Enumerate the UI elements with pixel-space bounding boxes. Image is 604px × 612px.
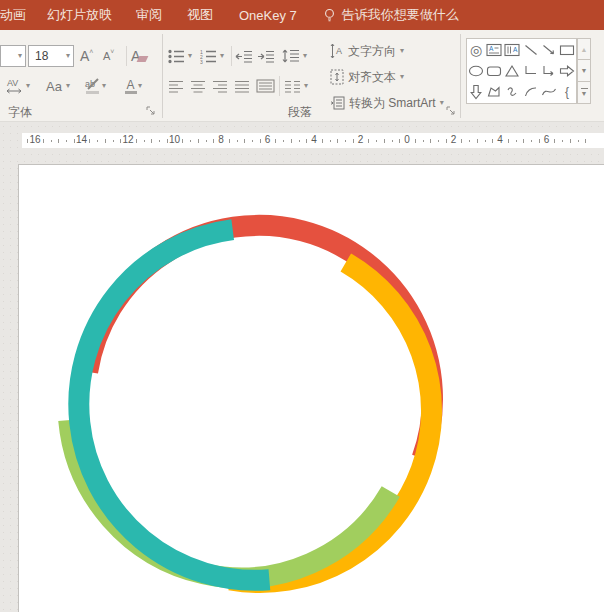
highlight-pen-icon: ab bbox=[84, 77, 102, 95]
ruler-number: 14 bbox=[76, 134, 87, 145]
align-text-label: 对齐文本 bbox=[348, 69, 396, 86]
shape-triangle-icon[interactable] bbox=[503, 60, 521, 81]
shape-arc-icon[interactable] bbox=[521, 82, 539, 103]
shape-horizontal-text-box-icon[interactable]: A bbox=[485, 39, 503, 60]
ruler-tick bbox=[213, 139, 214, 143]
shrink-font-button[interactable]: A˅ bbox=[103, 45, 114, 67]
ruler-number: 6 bbox=[544, 134, 550, 145]
columns-button[interactable]: ▾ bbox=[284, 75, 308, 97]
ruler-tick bbox=[578, 140, 579, 142]
justify-button[interactable] bbox=[234, 75, 250, 97]
separator bbox=[126, 46, 127, 66]
paragraph-dialog-launcher[interactable] bbox=[446, 106, 456, 116]
separator bbox=[279, 76, 280, 96]
ruler-tick bbox=[438, 140, 439, 142]
ruler-tick bbox=[198, 139, 199, 143]
align-text-icon bbox=[330, 69, 344, 85]
ruler-number: 2 bbox=[451, 134, 457, 145]
font-color-icon: A bbox=[124, 77, 138, 95]
ruler-tick bbox=[97, 140, 98, 142]
shape-vertical-text-box-icon[interactable]: A bbox=[503, 39, 521, 60]
ruler-tick bbox=[430, 139, 431, 143]
line-spacing-button[interactable]: ▾ bbox=[282, 45, 307, 67]
ruler-tick bbox=[585, 139, 586, 143]
align-right-button[interactable] bbox=[212, 75, 228, 97]
shape-right-arrow-icon[interactable] bbox=[558, 60, 576, 81]
shape-rectangle-icon[interactable] bbox=[558, 39, 576, 60]
grow-font-button[interactable]: A˄ bbox=[80, 45, 93, 67]
outdent-icon bbox=[235, 50, 253, 63]
shape-rounded-rectangle-icon[interactable] bbox=[485, 60, 503, 81]
shape-line-icon[interactable] bbox=[521, 39, 539, 60]
numbering-button[interactable]: 1 2 3 ▾ bbox=[200, 45, 224, 67]
yellow-ring[interactable] bbox=[230, 263, 431, 583]
convert-smartart-button[interactable]: 转换为 SmartArt ▾ bbox=[330, 93, 444, 113]
text-highlight-button[interactable]: ab ▾ bbox=[84, 75, 106, 97]
shape-donut-icon[interactable]: ◎ bbox=[467, 39, 485, 60]
ruler-tick bbox=[74, 139, 75, 143]
numbering-icon: 1 2 3 bbox=[200, 49, 217, 64]
gallery-scroll-down-button[interactable]: ▼ bbox=[577, 60, 591, 82]
ruler-tick bbox=[27, 139, 28, 143]
ruler-tick bbox=[531, 140, 532, 142]
ruler-tick bbox=[384, 139, 385, 143]
decrease-indent-button[interactable] bbox=[235, 45, 253, 67]
separator bbox=[231, 46, 232, 66]
tab-animation[interactable]: 动画 bbox=[0, 6, 26, 24]
ruler-tick bbox=[190, 140, 191, 142]
clear-formatting-button[interactable]: A bbox=[131, 45, 147, 67]
ruler-tick bbox=[337, 139, 338, 143]
ruler-tick bbox=[423, 140, 424, 142]
tab-slideshow[interactable]: 幻灯片放映 bbox=[47, 6, 112, 24]
shape-elbow-connector-icon[interactable] bbox=[521, 60, 539, 81]
shape-arrow-icon[interactable] bbox=[540, 39, 558, 60]
ruler-number: 16 bbox=[29, 134, 40, 145]
tab-onekey[interactable]: OneKey 7 bbox=[239, 8, 297, 23]
line-spacing-icon bbox=[282, 49, 300, 63]
bullets-button[interactable]: ▾ bbox=[168, 45, 192, 67]
ruler-tick bbox=[244, 139, 245, 143]
title-bar: 动画 幻灯片放映 审阅 视图 OneKey 7 告诉我你想要做什么 bbox=[0, 0, 604, 30]
ruler-tick bbox=[322, 139, 323, 143]
gallery-more-button[interactable]: ▼ bbox=[577, 82, 591, 104]
svg-text:A: A bbox=[513, 46, 518, 53]
ruler-tick bbox=[485, 140, 486, 142]
change-case-button[interactable]: Aa▾ bbox=[46, 75, 70, 97]
character-spacing-button[interactable]: AV ▾ bbox=[4, 75, 30, 97]
gallery-scroll-up-button[interactable]: ▲ bbox=[577, 38, 591, 60]
ruler-tick bbox=[523, 139, 524, 143]
shape-freeform-icon[interactable] bbox=[485, 82, 503, 103]
text-direction-button[interactable]: A 文字方向 ▾ bbox=[330, 41, 404, 61]
columns-icon bbox=[284, 80, 301, 93]
align-center-button[interactable] bbox=[190, 75, 206, 97]
font-size-value: 18 bbox=[35, 49, 48, 63]
ruler-tick bbox=[58, 139, 59, 143]
ruler-number: 8 bbox=[218, 134, 224, 145]
shape-scribble-icon[interactable] bbox=[503, 82, 521, 103]
ruler-number: 10 bbox=[169, 134, 180, 145]
shape-oval-icon[interactable] bbox=[467, 60, 485, 81]
align-text-button[interactable]: 对齐文本 ▾ bbox=[330, 67, 404, 87]
slide[interactable] bbox=[18, 164, 604, 612]
ruler-tick bbox=[283, 140, 284, 142]
font-dialog-launcher[interactable] bbox=[146, 106, 156, 116]
increase-indent-button[interactable] bbox=[257, 45, 275, 67]
shape-left-brace-icon[interactable]: { bbox=[558, 82, 576, 103]
font-size-combo[interactable]: 18 ▾ bbox=[28, 45, 74, 67]
ruler-tick bbox=[508, 139, 509, 143]
ruler-tick bbox=[182, 139, 183, 143]
shape-curve-icon[interactable] bbox=[540, 82, 558, 103]
align-left-button[interactable] bbox=[168, 75, 184, 97]
tab-review[interactable]: 审阅 bbox=[136, 6, 162, 24]
shape-down-arrow-icon[interactable] bbox=[467, 82, 485, 103]
shapes-gallery: ◎AA{ bbox=[466, 38, 577, 104]
tab-view[interactable]: 视图 bbox=[187, 6, 213, 24]
ruler-tick bbox=[120, 139, 121, 143]
shape-elbow-arrow-connector-icon[interactable] bbox=[540, 60, 558, 81]
smartart-label: 转换为 SmartArt bbox=[349, 95, 436, 112]
tell-me-search[interactable]: 告诉我你想要做什么 bbox=[323, 6, 459, 24]
font-color-button[interactable]: A ▾ bbox=[124, 75, 142, 97]
font-name-combo[interactable]: ▾ bbox=[0, 45, 26, 67]
distribute-button[interactable] bbox=[256, 75, 275, 97]
ruler-tick bbox=[66, 140, 67, 142]
